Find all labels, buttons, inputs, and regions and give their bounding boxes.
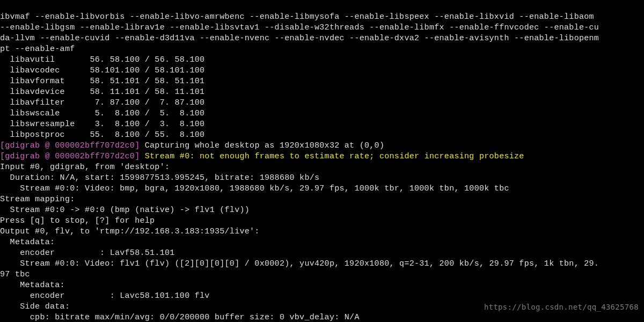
output-stream: Stream #0:0: Video: flv1 (flv) ([2][0][0… (0, 259, 599, 268)
lib-version-line: libswresample 3. 8.100 / 3. 8.100 (0, 120, 204, 129)
stream-mapping-header: Stream mapping: (0, 195, 75, 204)
stream-mapping-line: Stream #0:0 -> #0:0 (bmp (native) -> flv… (0, 206, 250, 215)
gdigrab-msg: Capturing whole desktop as 1920x1080x32 … (140, 141, 384, 150)
lib-version-line: libavutil 56. 58.100 / 56. 58.100 (0, 55, 204, 64)
output-side-data: Side data: (0, 302, 70, 311)
output-metadata2: Metadata: (0, 281, 65, 290)
output-encoder2: encoder : Lavc58.101.100 flv (0, 291, 210, 301)
press-help: Press [q] to stop, [?] for help (0, 216, 155, 225)
config-line: pt --enable-amf (0, 45, 75, 54)
config-line: ibvmaf --enable-libvorbis --enable-libvo… (0, 12, 599, 21)
lib-version-line: libavformat 58. 51.101 / 58. 51.101 (0, 77, 204, 86)
output-header: Output #0, flv, to 'rtmp://192.168.3.183… (0, 227, 260, 236)
lib-version-line: libavdevice 58. 11.101 / 58. 11.101 (0, 87, 204, 97)
lib-version-line: libavcodec 58.101.100 / 58.101.100 (0, 66, 204, 75)
terminal-output: ibvmaf --enable-libvorbis --enable-libvo… (0, 0, 644, 322)
watermark: https://blog.csdn.net/qq_43625768 (484, 302, 639, 312)
lib-version-line: libswscale 5. 8.100 / 5. 8.100 (0, 109, 204, 118)
gdigrab-warning: Stream #0: not enough frames to estimate… (140, 152, 524, 161)
lib-version-line: libpostproc 55. 8.100 / 55. 8.100 (0, 130, 204, 140)
output-metadata: Metadata: (0, 238, 55, 247)
lib-version-line: libavfilter 7. 87.100 / 7. 87.100 (0, 98, 204, 107)
gdigrab-tag: [gdigrab @ 000002bff707d2c0] (0, 152, 140, 161)
output-encoder: encoder : Lavf58.51.101 (0, 248, 175, 258)
input-stream: Stream #0:0: Video: bmp, bgra, 1920x1080… (0, 184, 509, 193)
gdigrab-tag: [gdigrab @ 000002bff707d2c0] (0, 141, 140, 150)
output-stream-wrap: 97 tbc (0, 270, 30, 279)
input-header: Input #0, gdigrab, from 'desktop': (0, 163, 170, 172)
config-line: --enable-libgsm --enable-librav1e --enab… (0, 23, 599, 32)
output-cpb: cpb: bitrate max/min/avg: 0/0/200000 buf… (0, 313, 360, 322)
config-line: da-llvm --enable-cuvid --enable-d3d11va … (0, 34, 599, 43)
input-duration: Duration: N/A, start: 1599877513.995245,… (0, 173, 319, 182)
